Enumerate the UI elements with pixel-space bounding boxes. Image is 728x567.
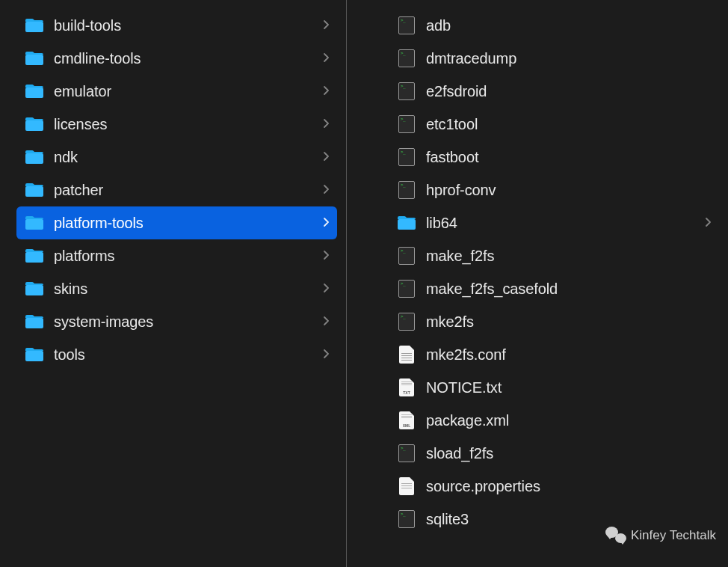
item-label: platforms <box>54 248 318 265</box>
list-item[interactable]: lib64 <box>389 206 719 239</box>
list-item[interactable]: package.xml <box>389 404 719 437</box>
item-icon-slot <box>396 443 417 464</box>
list-item[interactable]: skins <box>16 272 337 305</box>
list-item[interactable]: mke2fs.conf <box>389 338 719 371</box>
list-item[interactable]: sload_f2fs <box>389 437 719 470</box>
folder-icon <box>25 83 44 99</box>
item-label: mke2fs <box>426 313 713 331</box>
xml-file-icon <box>399 411 414 429</box>
item-label: make_f2fs_casefold <box>426 281 713 298</box>
item-icon-slot <box>24 278 45 299</box>
item-icon-slot <box>396 245 417 266</box>
item-label: sqlite3 <box>426 511 713 528</box>
executable-icon <box>398 16 415 34</box>
finder-column-child[interactable]: adbdmtracedumpe2fsdroidetc1toolfastbooth… <box>347 0 728 567</box>
folder-icon <box>25 50 44 67</box>
list-item[interactable]: licenses <box>16 108 337 141</box>
item-label: lib64 <box>426 215 700 232</box>
list-item[interactable]: make_f2fs_casefold <box>389 272 719 305</box>
list-item[interactable]: emulator <box>16 75 337 108</box>
item-icon-slot <box>24 15 45 36</box>
item-label: dmtracedump <box>426 50 713 67</box>
item-label: package.xml <box>426 412 713 429</box>
item-icon-slot <box>396 410 417 431</box>
svg-rect-0 <box>25 22 43 32</box>
list-item[interactable]: etc1tool <box>389 108 719 141</box>
item-label: e2fsdroid <box>426 83 713 100</box>
document-icon <box>399 346 414 364</box>
item-icon-slot <box>24 114 45 135</box>
item-label: platform-tools <box>54 215 318 232</box>
chevron-right-icon <box>324 20 331 31</box>
item-label: patcher <box>54 182 318 199</box>
item-label: emulator <box>54 83 318 100</box>
item-icon-slot <box>396 509 417 530</box>
executable-icon <box>398 313 415 331</box>
svg-rect-2 <box>25 88 43 98</box>
executable-icon <box>398 280 415 298</box>
svg-rect-4 <box>25 153 43 164</box>
svg-rect-9 <box>25 318 43 328</box>
item-icon-slot <box>24 311 45 332</box>
item-label: etc1tool <box>426 116 713 133</box>
item-icon-slot <box>24 48 45 69</box>
item-label: build-tools <box>54 17 318 34</box>
executable-icon <box>398 82 415 100</box>
item-label: mke2fs.conf <box>426 346 713 364</box>
list-item[interactable]: make_f2fs <box>389 239 719 272</box>
svg-rect-7 <box>25 252 43 263</box>
list-item[interactable]: ndk <box>16 141 337 174</box>
item-label: sload_f2fs <box>426 445 713 462</box>
svg-rect-11 <box>398 219 416 230</box>
item-icon-slot <box>24 180 45 200</box>
list-item[interactable]: system-images <box>16 305 337 338</box>
svg-rect-10 <box>25 351 43 361</box>
item-label: tools <box>54 346 318 364</box>
item-icon-slot <box>396 212 417 233</box>
list-item[interactable]: cmdline-tools <box>16 42 337 75</box>
list-item[interactable]: e2fsdroid <box>389 75 719 108</box>
chevron-right-icon <box>324 86 331 96</box>
list-item[interactable]: adb <box>389 9 719 42</box>
item-icon-slot <box>396 81 417 102</box>
svg-rect-1 <box>25 55 43 65</box>
item-label: cmdline-tools <box>54 50 318 67</box>
list-item[interactable]: fastboot <box>389 141 719 174</box>
executable-icon <box>398 49 415 67</box>
chevron-right-icon <box>324 152 331 162</box>
txt-file-icon <box>399 378 414 396</box>
folder-icon <box>397 215 416 231</box>
folder-icon <box>25 215 44 231</box>
folder-icon <box>25 116 44 132</box>
item-label: skins <box>54 281 318 298</box>
item-icon-slot <box>24 212 45 233</box>
chevron-right-icon <box>324 349 331 360</box>
list-item[interactable]: tools <box>16 338 337 371</box>
item-icon-slot <box>24 344 45 365</box>
list-item[interactable]: build-tools <box>16 9 337 42</box>
item-icon-slot <box>396 278 417 299</box>
item-label: make_f2fs <box>426 248 713 265</box>
chevron-right-icon <box>324 218 331 228</box>
list-item[interactable]: patcher <box>16 174 337 206</box>
item-icon-slot <box>396 114 417 135</box>
folder-icon <box>25 313 44 330</box>
executable-icon <box>398 148 415 166</box>
list-item[interactable]: mke2fs <box>389 305 719 338</box>
folder-icon <box>25 248 44 264</box>
item-icon-slot <box>24 245 45 266</box>
finder-column-parent[interactable]: build-toolscmdline-toolsemulatorlicenses… <box>0 0 347 567</box>
list-item[interactable]: source.properties <box>389 470 719 503</box>
executable-icon <box>398 444 415 462</box>
chevron-right-icon <box>706 218 713 228</box>
folder-icon <box>25 17 44 34</box>
list-item[interactable]: hprof-conv <box>389 174 719 206</box>
svg-rect-6 <box>25 219 43 230</box>
svg-rect-8 <box>25 285 43 295</box>
list-item[interactable]: sqlite3 <box>389 503 719 536</box>
list-item[interactable]: NOTICE.txt <box>389 371 719 404</box>
list-item[interactable]: dmtracedump <box>389 42 719 75</box>
list-item[interactable]: platforms <box>16 239 337 272</box>
list-item[interactable]: platform-tools <box>16 206 337 239</box>
item-icon-slot <box>396 147 417 168</box>
